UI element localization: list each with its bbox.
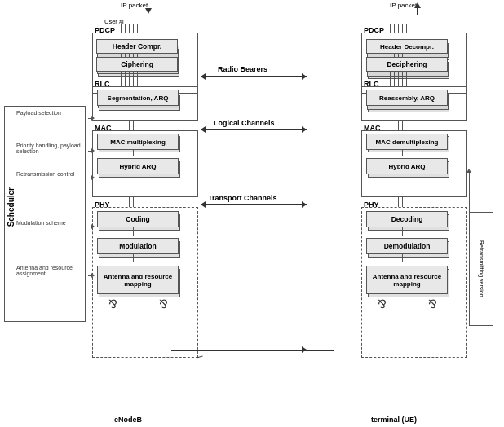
radio-bearers-line [201,76,307,77]
pdcp-rx-label: PDCP [364,26,384,34]
rlc-tx-label: RLC [95,80,110,88]
scheduler-label: Scheduler [7,187,15,227]
enodeb-ip-label: IP packet [121,2,148,9]
header-compr-box: Header Compr. [96,39,178,54]
diagram: IP packet User #i PDCP Header Compr. Cip… [0,0,504,427]
coding-box: Coding [97,211,179,227]
logical-channels-label: Logical Channels [214,119,275,127]
payload-selection-label: Payload selection [16,110,77,116]
antenna-symbol-tx-left: ⅋ [108,297,117,310]
pdcp-tx-label: PDCP [95,26,115,34]
transport-channels-label: Transport Channels [208,194,277,202]
antenna-rx-box: Antenna and resource mapping [366,266,448,294]
priority-handling-label: Priority handling, payload selection [16,143,82,154]
antenna-line-rx [400,302,432,302]
retransmitting-label: Retransmitting version [469,212,493,326]
antenna-tx-box: Antenna and resource mapping [97,266,179,294]
decoding-box: Decoding [366,211,448,227]
ue-label: terminal (UE) [371,416,417,424]
modulation-tx-box: Modulation [97,238,179,254]
enodeb-label: eNodeB [114,416,142,424]
deciphering-box: Deciphering [366,57,448,72]
seg-arq-box: Segmentation, ARQ [97,90,179,106]
modulation-scheme-label: Modulation scheme [16,220,82,226]
phy-tx-label: PHY [95,200,110,209]
scheduler-outer [4,106,86,322]
antenna-line-tx [130,302,163,302]
retransmission-label: Retransmission control [16,171,82,177]
mac-mux-box: MAC multiplexing [97,134,179,150]
phy-rx-label: PHY [364,200,379,209]
header-decompr-box: Header Decompr. [366,39,448,54]
antenna-symbol-rx-right: ⅋ [428,297,437,310]
logical-channels-line [201,129,307,130]
mac-demux-box: MAC demultiplexing [366,134,448,150]
reassembly-box: Reassembly, ARQ [366,90,448,106]
hybrid-arq-tx-box: Hybrid ARQ [97,158,179,174]
antenna-symbol-rx-left: ⅋ [378,297,387,310]
radio-bearers-label: Radio Bearers [218,65,267,73]
ciphering-box: Ciphering [96,57,178,72]
hybrid-arq-rx-box: Hybrid ARQ [366,158,448,174]
rlc-rx-label: RLC [364,80,379,88]
antenna-assignment-label: Antenna and resource assignment [16,265,82,276]
mac-rx-label: MAC [364,124,381,132]
ue-ip-label: IP packet [390,2,417,9]
mac-tx-label: MAC [95,124,112,132]
transport-channels-line [201,204,307,205]
antenna-symbol-tx-right: ⅋ [159,297,168,310]
demodulation-box: Demodulation [366,238,448,254]
